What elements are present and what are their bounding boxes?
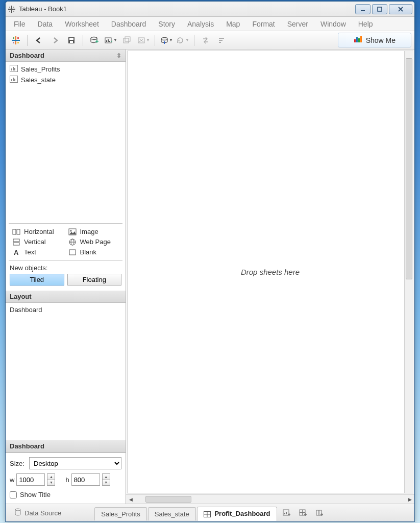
down-arrow-icon[interactable]: ▼ [103,480,110,486]
dashboard-canvas[interactable]: Drop sheets here [127,51,413,493]
sheet-item-label: Sales_Profits [21,65,60,73]
undo-button[interactable] [32,33,46,47]
tab-label: Profit_Dashboard [214,510,270,517]
tab-profit-dashboard[interactable]: Profit_Dashboard [197,507,277,520]
menu-analysis[interactable]: Analysis [181,18,220,30]
horizontal-icon [12,228,21,236]
menu-dashboard[interactable]: Dashboard [105,18,153,30]
toolbar-separator [83,35,83,46]
svg-rect-35 [356,37,358,42]
close-button[interactable] [389,4,412,14]
scroll-left-icon[interactable]: ◀ [126,495,135,504]
layout-panel-header[interactable]: Layout [6,291,126,303]
object-horizontal[interactable]: Horizontal [10,227,66,237]
datasource-tab[interactable]: Data Source [9,506,67,520]
sheet-item-sales-profits[interactable]: Sales_Profits [6,64,126,75]
size-label: Size: [10,460,26,467]
new-story-button[interactable] [313,506,326,519]
object-text[interactable]: A Text [10,247,66,257]
vertical-scrollbar[interactable] [404,51,413,493]
canvas-placeholder: Drop sheets here [241,268,300,276]
tiled-toggle[interactable]: Tiled [10,274,64,286]
tab-sales-state[interactable]: Sales_state [148,507,196,520]
swap-button[interactable] [199,33,213,47]
svg-rect-56 [69,250,76,255]
menu-window[interactable]: Window [314,18,352,30]
svg-rect-31 [219,38,224,39]
clear-button[interactable]: ▼ [136,33,151,47]
layout-item[interactable]: Dashboard [10,306,42,314]
dashboard-size-header[interactable]: Dashboard [6,440,126,453]
sort-button[interactable] [215,33,229,47]
tab-sales-profits[interactable]: Sales_Profits [94,507,147,520]
duplicate-button[interactable] [120,33,134,47]
showme-button[interactable]: Show Me [338,33,411,47]
dashboard-panel-header[interactable]: Dashboard ⇕ [6,50,126,62]
refresh-button[interactable]: ▼ [176,33,190,47]
object-label: Web Page [80,238,111,246]
show-title-checkbox-row[interactable]: Show Title [10,491,121,498]
menu-help[interactable]: Help [352,18,379,30]
height-input[interactable] [71,473,100,486]
svg-rect-2 [9,7,10,8]
up-arrow-icon[interactable]: ▲ [47,474,55,480]
titlebar[interactable]: Tableau - Book1 [6,2,414,17]
worksheet-icon [10,65,18,74]
maximize-button[interactable] [372,4,387,14]
scroll-right-icon[interactable]: ▶ [405,495,414,504]
svg-rect-7 [378,7,382,11]
size-select[interactable]: Desktop [29,457,121,469]
scrollbar-track[interactable] [135,495,405,504]
menu-story[interactable]: Story [152,18,181,30]
minimize-button[interactable] [355,4,370,14]
object-webpage[interactable]: Web Page [66,237,122,247]
scrollbar-thumb[interactable] [406,58,412,279]
svg-rect-15 [69,38,73,40]
object-label: Blank [80,248,97,256]
menu-server[interactable]: Server [281,18,314,30]
down-arrow-icon[interactable]: ▼ [47,480,55,486]
redo-button[interactable] [48,33,62,47]
new-worksheet-button[interactable]: ▼ [104,33,118,47]
save-button[interactable] [64,33,79,47]
width-input[interactable] [16,473,45,486]
object-image[interactable]: Image [66,227,122,237]
floating-toggle[interactable]: Floating [67,274,122,286]
dashboard-icon [204,511,211,518]
width-label: w [10,476,14,484]
height-spinner[interactable]: ▲▼ [102,473,110,486]
width-spinner[interactable]: ▲▼ [47,473,55,486]
logo-button[interactable] [9,33,23,47]
object-blank[interactable]: Blank [66,247,122,257]
svg-rect-11 [17,37,19,39]
svg-point-49 [70,230,71,231]
svg-rect-36 [358,38,360,42]
object-vertical[interactable]: Vertical [10,237,66,247]
show-title-checkbox[interactable] [10,491,17,498]
menu-worksheet[interactable]: Worksheet [59,18,105,30]
new-dashboard-button[interactable] [297,506,310,519]
sheet-item-label: Sales_state [21,76,56,84]
size-section: Size: Desktop w ▲▼ h ▲▼ [6,453,126,504]
toolbar-separator [155,35,155,46]
scrollbar-thumb[interactable] [145,496,191,503]
svg-rect-1 [8,9,15,10]
autoupdate-button[interactable]: ▼ [159,33,174,47]
horizontal-scrollbar[interactable]: ◀ ▶ [126,494,414,504]
sheet-item-sales-state[interactable]: Sales_state [6,75,126,85]
menu-data[interactable]: Data [32,18,59,30]
menu-file[interactable]: File [8,18,32,30]
show-title-label: Show Title [20,491,51,498]
menu-format[interactable]: Format [246,18,281,30]
add-datasource-button[interactable] [87,33,102,47]
svg-rect-25 [112,40,112,43]
new-worksheet-button[interactable] [280,506,293,519]
bottombar: Data Source Sales_Profits Sales_state Pr… [6,504,414,521]
dropdown-arrow-icon: ▼ [169,38,173,42]
up-arrow-icon[interactable]: ▲ [103,474,110,480]
svg-rect-19 [96,39,97,42]
height-label: h [65,476,69,484]
menu-map[interactable]: Map [220,18,246,30]
svg-rect-30 [164,41,165,44]
panel-grip-icon[interactable]: ⇕ [116,52,121,59]
